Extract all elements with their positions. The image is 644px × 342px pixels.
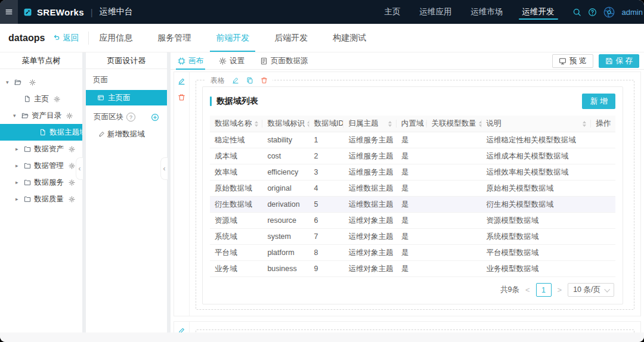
table-row[interactable]: 平台域platform8运维对象主题是平台模型数据域 <box>210 245 615 261</box>
trash-icon[interactable] <box>178 94 185 101</box>
table-cell <box>427 132 482 148</box>
prev-page-button[interactable]: < <box>524 285 531 294</box>
copy-icon[interactable] <box>246 77 253 84</box>
help-icon[interactable] <box>588 8 597 17</box>
table-row[interactable]: 成本域cost2运维服务主题是运维成本相关模型数据域 <box>210 148 615 164</box>
edit-icon[interactable] <box>178 327 185 332</box>
next-page-button[interactable]: > <box>556 285 564 294</box>
gear-icon[interactable] <box>69 179 75 186</box>
help-circle-icon[interactable]: ? <box>126 113 135 122</box>
tree-item[interactable]: ▸数据服务 <box>0 174 82 191</box>
tree-item[interactable]: ▾资产目录 <box>0 107 82 124</box>
preview-label: 预 览 <box>569 56 586 66</box>
topnav-item[interactable]: 运维市场 <box>471 0 503 24</box>
table-row[interactable]: 业务域business9运维对象主题是业务模型数据域 <box>210 261 615 277</box>
tree-item[interactable]: ▸数据管理 <box>0 157 82 174</box>
table-cell: 是 <box>397 229 427 245</box>
total-count: 共9条 <box>500 285 519 295</box>
table-cell <box>591 132 615 148</box>
table-row[interactable]: 原始数据域original4运维数据主题是原始相关模型数据域 <box>210 181 615 197</box>
caret-right-icon[interactable]: ▸ <box>16 163 21 169</box>
canvas-tab[interactable]: 设置 <box>219 52 244 69</box>
gear-icon[interactable] <box>69 196 75 203</box>
top-navigation: 主页运维应用运维市场运维开发 <box>385 0 555 24</box>
topnav-item[interactable]: 运维应用 <box>420 0 452 24</box>
add-button[interactable]: 新 增 <box>582 94 615 109</box>
topnav-item[interactable]: 运维开发 <box>522 0 555 24</box>
topbar-icons: admin <box>572 7 643 18</box>
app-name: dataops <box>8 33 45 43</box>
table-cell: 是 <box>397 164 427 181</box>
main-panel: 画布设置页面数据源 预 览 保 存 <box>171 52 644 332</box>
tree-item[interactable]: 数据主题域 <box>0 124 82 141</box>
column-header[interactable]: 数据域标识 <box>262 116 309 132</box>
app-tab[interactable]: 服务管理 <box>157 24 191 52</box>
column-header[interactable]: 数据域名称 <box>210 116 262 132</box>
caret-down-icon[interactable]: ▾ <box>6 79 11 85</box>
tree-item[interactable]: ▸数据质量 <box>0 191 82 207</box>
gear-icon[interactable] <box>54 96 60 102</box>
canvas-tab[interactable]: 画布 <box>178 52 203 69</box>
app-tab[interactable]: 前端开发 <box>216 24 249 52</box>
app-tab[interactable]: 构建测试 <box>333 24 366 52</box>
pagination: 共9条 < 1 > 10 条/页 <box>211 283 614 297</box>
preview-button[interactable]: 预 览 <box>552 54 593 68</box>
back-button[interactable]: 返回 <box>52 33 79 43</box>
save-button[interactable]: 保 存 <box>599 54 639 68</box>
collapse-panel-button[interactable]: ‹ <box>76 157 83 180</box>
caret-right-icon[interactable]: ▸ <box>16 196 21 202</box>
canvas-block-empty <box>174 321 641 332</box>
plus-circle-icon[interactable] <box>151 113 159 122</box>
hamburger-button[interactable] <box>0 0 18 24</box>
table-row[interactable]: 衍生数据域derivation5运维数据主题是衍生相关模型数据域 <box>210 197 615 213</box>
table-cell <box>427 164 482 181</box>
page-designer-title: 页面设计器 <box>86 52 167 69</box>
gear-icon[interactable] <box>69 163 75 169</box>
tree-item-label: 数据管理 <box>34 161 64 171</box>
sort-icon[interactable] <box>255 121 258 127</box>
gear-icon[interactable] <box>66 113 73 119</box>
avatar-icon[interactable] <box>603 7 615 18</box>
table-row[interactable]: 系统域system7运维对象主题是系统模型数据域 <box>210 229 615 245</box>
trash-icon[interactable] <box>261 77 268 84</box>
table-cell: 是 <box>397 213 427 229</box>
column-header[interactable]: 归属主题 <box>343 116 396 132</box>
tree-item[interactable]: 主页 <box>0 91 82 107</box>
caret-right-icon[interactable]: ▸ <box>16 179 21 185</box>
table-cell <box>591 229 615 245</box>
gear-icon[interactable] <box>69 146 75 153</box>
chevron-down-icon <box>604 287 610 293</box>
table-row[interactable]: 稳定性域stability1运维服务主题是运维稳定性相关模型数据域 <box>210 132 615 148</box>
table-row[interactable]: 资源域resource6运维对象主题是资源模型数据域 <box>210 213 615 229</box>
caret-down-icon[interactable]: ▾ <box>13 113 18 119</box>
table-row[interactable]: 效率域efficiency3运维服务主题是运维效率相关模型数据域 <box>210 164 615 181</box>
column-header[interactable]: 数据域ID <box>309 116 344 132</box>
sort-icon[interactable] <box>583 121 586 127</box>
page-number[interactable]: 1 <box>536 283 552 297</box>
column-header[interactable]: 关联模型数量 <box>427 116 482 132</box>
caret-right-icon[interactable]: ▸ <box>16 146 21 152</box>
edit-icon[interactable] <box>232 77 239 84</box>
block-item-new-data-domain[interactable]: 新增数据域 <box>86 126 167 142</box>
edit-icon[interactable] <box>178 77 185 85</box>
topnav-item[interactable]: 主页 <box>385 0 401 24</box>
app-tab[interactable]: 后端开发 <box>274 24 308 52</box>
canvas-tab[interactable]: 页面数据源 <box>260 52 308 69</box>
column-header[interactable]: 内置域 <box>397 116 427 132</box>
sort-icon[interactable] <box>388 121 392 127</box>
tree-item[interactable]: ▸数据资产 <box>0 141 82 157</box>
table-cell: 成本域 <box>210 148 262 164</box>
table-cell: efficiency <box>262 164 309 181</box>
table-header-row: 数据域名称数据域标识数据域ID归属主题内置域关联模型数量说明操作 <box>210 116 615 132</box>
app-tab[interactable]: 应用信息 <box>99 24 132 52</box>
table-cell: 原始相关模型数据域 <box>482 181 592 197</box>
table-cell: 业务模型数据域 <box>482 261 592 277</box>
page-size-select[interactable]: 10 条/页 <box>568 283 614 297</box>
gear-icon[interactable] <box>29 79 36 86</box>
user-name[interactable]: admin <box>622 8 643 17</box>
column-header[interactable]: 说明 <box>482 116 592 132</box>
tree-item[interactable]: ▾ <box>0 74 82 91</box>
search-icon[interactable] <box>572 8 581 17</box>
main-page-item[interactable]: 主页面 <box>86 90 167 105</box>
collapse-panel-button[interactable]: ‹ <box>160 157 168 180</box>
